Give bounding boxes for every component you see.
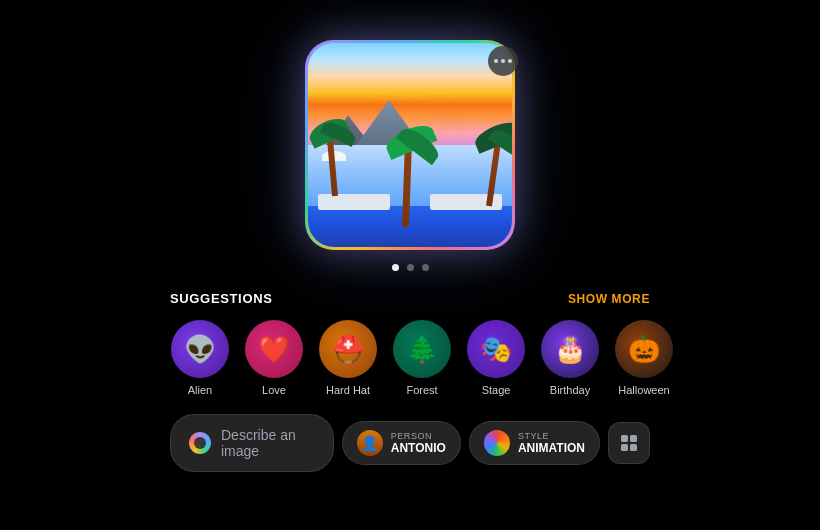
svg-rect-3: [630, 444, 637, 451]
suggestion-label-hardhat: Hard Hat: [326, 384, 370, 396]
suggestion-item-forest[interactable]: 🌲Forest: [392, 320, 452, 396]
style-name: ANIMATION: [518, 441, 585, 455]
pagination: [0, 264, 820, 271]
svg-rect-0: [621, 435, 628, 442]
suggestion-label-stage: Stage: [482, 384, 511, 396]
suggestion-label-alien: Alien: [188, 384, 212, 396]
style-label-container: STYLE ANIMATION: [518, 431, 585, 455]
more-menu-button[interactable]: [488, 46, 518, 76]
suggestion-icon-halloween: 🎃: [615, 320, 673, 378]
page-dot-2[interactable]: [407, 264, 414, 271]
suggestion-item-hardhat[interactable]: ⛑️Hard Hat: [318, 320, 378, 396]
pool-edge-left: [318, 194, 389, 210]
bottom-toolbar: Describe an image 👤 PERSON ANTONIO STYLE…: [0, 396, 820, 472]
suggestions-grid: 👽Alien❤️Love⛑️Hard Hat🌲Forest🎭Stage🎂Birt…: [170, 320, 650, 396]
person-avatar-inner: 👤: [357, 430, 383, 456]
suggestion-label-birthday: Birthday: [550, 384, 590, 396]
suggestion-label-forest: Forest: [406, 384, 437, 396]
suggestion-icon-love: ❤️: [245, 320, 303, 378]
describe-input[interactable]: Describe an image: [170, 414, 334, 472]
image-container: [0, 0, 820, 250]
show-more-button[interactable]: SHOW MORE: [568, 292, 650, 306]
suggestion-label-love: Love: [262, 384, 286, 396]
svg-rect-2: [621, 444, 628, 451]
suggestion-icon-stage: 🎭: [467, 320, 525, 378]
suggestion-icon-hardhat: ⛑️: [319, 320, 377, 378]
style-pill[interactable]: STYLE ANIMATION: [469, 421, 600, 465]
suggestion-icon-forest: 🌲: [393, 320, 451, 378]
suggestions-header: SUGGESTIONS SHOW MORE: [170, 291, 650, 306]
dot3: [508, 59, 512, 63]
person-label-container: PERSON ANTONIO: [391, 431, 446, 455]
suggestions-section: SUGGESTIONS SHOW MORE 👽Alien❤️Love⛑️Hard…: [0, 271, 820, 396]
suggestions-title: SUGGESTIONS: [170, 291, 273, 306]
page-dot-1[interactable]: [392, 264, 399, 271]
image-select-button[interactable]: [608, 422, 650, 464]
style-sublabel: STYLE: [518, 431, 585, 441]
image-select-icon: [619, 433, 639, 453]
dot2: [501, 59, 505, 63]
person-sublabel: PERSON: [391, 431, 446, 441]
scene: [308, 43, 512, 247]
person-name: ANTONIO: [391, 441, 446, 455]
suggestion-icon-alien: 👽: [171, 320, 229, 378]
suggestion-item-alien[interactable]: 👽Alien: [170, 320, 230, 396]
page-dot-3[interactable]: [422, 264, 429, 271]
suggestion-label-halloween: Halloween: [618, 384, 669, 396]
suggestion-item-birthday[interactable]: 🎂Birthday: [540, 320, 600, 396]
image-frame: [305, 40, 515, 250]
person-pill[interactable]: 👤 PERSON ANTONIO: [342, 421, 461, 465]
suggestion-icon-birthday: 🎂: [541, 320, 599, 378]
person-avatar: 👤: [357, 430, 383, 456]
svg-rect-1: [630, 435, 637, 442]
suggestion-item-stage[interactable]: 🎭Stage: [466, 320, 526, 396]
image-inner: [308, 43, 512, 247]
describe-icon: [189, 432, 211, 454]
style-icon: [484, 430, 510, 456]
suggestion-item-halloween[interactable]: 🎃Halloween: [614, 320, 674, 396]
describe-placeholder: Describe an image: [221, 427, 315, 459]
dot1: [494, 59, 498, 63]
suggestion-item-love[interactable]: ❤️Love: [244, 320, 304, 396]
